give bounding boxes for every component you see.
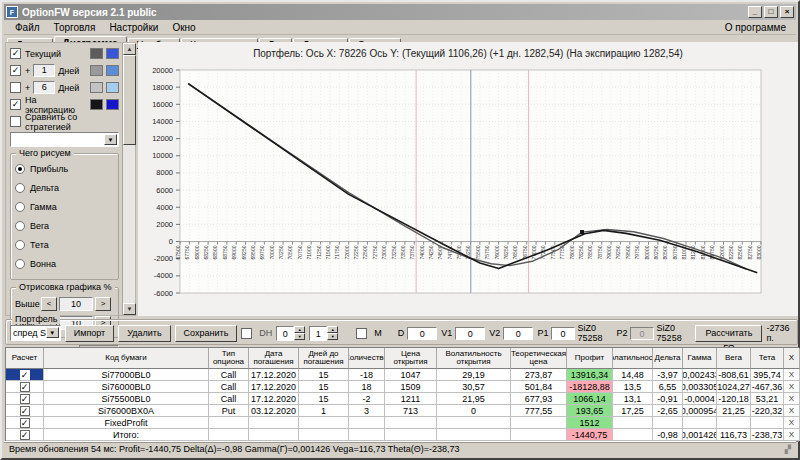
calculate-margin-button[interactable]: Рассчитать ГО — [695, 325, 762, 342]
chevron-down-icon[interactable]: ▼ — [104, 134, 117, 145]
compare-checkbox[interactable] — [10, 116, 21, 127]
table-row[interactable]: ✓Si76000BX0APut03.12.2020137130777,55193… — [6, 405, 798, 417]
param-input-V1[interactable]: 0 — [455, 327, 485, 340]
row-delete-button[interactable]: X — [784, 381, 800, 393]
spin-up-icon[interactable]: ▲ — [294, 326, 305, 333]
row-checkbox[interactable]: ✓ — [20, 430, 30, 440]
row-calc-cell[interactable]: ✓ — [6, 417, 44, 429]
param-input-P1[interactable]: 0 — [551, 327, 574, 340]
spinner-1-value[interactable]: 0 — [276, 326, 294, 341]
series-checkbox[interactable]: ✓ — [10, 65, 21, 76]
row-delete-button[interactable]: X — [784, 393, 800, 405]
row-checkbox[interactable]: ✓ — [20, 406, 30, 416]
crosshair-marker[interactable] — [580, 230, 584, 234]
title-bar[interactable]: F OptionFW версия 2.1 public _□× — [4, 4, 796, 20]
table-row[interactable]: ✓Итого:-1440,75-0,980,001426116,73-238,7… — [6, 429, 798, 441]
row-delete-button[interactable]: X — [784, 405, 800, 417]
row-checkbox[interactable]: ✓ — [20, 382, 30, 392]
row-calc-cell[interactable]: ✓ — [6, 429, 44, 441]
chevron-down-icon[interactable]: ▼ — [46, 327, 59, 338]
header-Количество[interactable]: Количество — [349, 348, 385, 369]
color-swatch[interactable] — [90, 48, 103, 59]
decrement-button[interactable]: < — [41, 297, 57, 311]
menu-item-Настройки[interactable]: Настройки — [102, 21, 165, 34]
table-row[interactable]: ✓Si76000BL0Call17.12.20201518150930,5750… — [6, 381, 798, 393]
portfolio-preset-select[interactable]: спред SI-2▼ — [10, 325, 61, 341]
header-Тета[interactable]: Тета — [751, 348, 784, 369]
menu-item-about[interactable]: О программе — [719, 21, 792, 34]
scroll-thumb[interactable] — [123, 55, 136, 145]
row-calc-cell[interactable]: ✓ — [6, 381, 44, 393]
spinner-2-value[interactable]: 1 — [309, 326, 327, 341]
days-input[interactable]: 1 — [33, 64, 55, 77]
header-Дельта[interactable]: Дельта — [653, 348, 683, 369]
percent-value[interactable]: 10 — [59, 297, 93, 311]
menu-item-Окно[interactable]: Окно — [165, 21, 202, 34]
header-Дата погашения[interactable]: Дата погашения — [249, 348, 299, 369]
color-swatch[interactable] — [90, 82, 103, 93]
radio-Гамма[interactable] — [15, 202, 25, 212]
series-checkbox[interactable]: ✓ — [10, 99, 21, 110]
scroll-up-icon[interactable]: ▲ — [123, 43, 136, 55]
restore-button[interactable]: □ — [764, 6, 778, 18]
row-checkbox[interactable]: ✓ — [20, 394, 30, 404]
header-Цена открытия[interactable]: Цена открытия — [385, 348, 437, 369]
series-checkbox[interactable] — [10, 82, 21, 93]
minimize-button[interactable]: _ — [748, 6, 762, 18]
row-calc-cell[interactable]: ✓ — [6, 369, 44, 381]
header-Гамма[interactable]: Гамма — [683, 348, 717, 369]
импорт-button[interactable]: Импорт — [65, 325, 114, 342]
table-row[interactable]: ✓FixedProfit1512X — [6, 417, 798, 429]
header-Вега[interactable]: Вега — [717, 348, 751, 369]
удалить-button[interactable]: Удалить — [118, 325, 170, 342]
row-delete-button[interactable]: X — [784, 417, 800, 429]
color-swatch[interactable] — [106, 48, 119, 59]
spin-down-icon[interactable]: ▼ — [327, 333, 338, 340]
color-swatch[interactable] — [106, 99, 119, 110]
header-Тип опциона[interactable]: Тип опциона — [209, 348, 249, 369]
radio-Прибыль[interactable] — [15, 164, 25, 174]
header-Профит[interactable]: Профит — [567, 348, 613, 369]
param-input-D[interactable]: 0 — [407, 327, 437, 340]
color-swatch[interactable] — [90, 99, 103, 110]
series-checkbox[interactable]: ✓ — [10, 48, 21, 59]
row-checkbox[interactable]: ✓ — [20, 370, 30, 380]
сохранить-button[interactable]: Сохранить — [175, 325, 238, 342]
color-swatch[interactable] — [106, 65, 119, 76]
param-input-V2[interactable]: 0 — [503, 327, 533, 340]
resize-grip-icon[interactable]: ▞ — [785, 445, 791, 454]
row-checkbox[interactable]: ✓ — [20, 418, 30, 428]
color-swatch[interactable] — [106, 82, 119, 93]
param-input-P2[interactable]: 0 — [630, 327, 653, 340]
radio-Вега[interactable] — [15, 221, 25, 231]
header-Волатильность[interactable]: Волатильность — [613, 348, 653, 369]
row-delete-button[interactable]: X — [784, 369, 800, 381]
row-calc-cell[interactable]: ✓ — [6, 405, 44, 417]
header-Теоретическая цена[interactable]: Теоретическая цена — [511, 348, 567, 369]
row-calc-cell[interactable]: ✓ — [6, 393, 44, 405]
row-delete-button[interactable]: X — [784, 429, 800, 441]
header-Код бумаги[interactable]: Код бумаги — [44, 348, 209, 369]
scroll-down-icon[interactable]: ▼ — [123, 303, 136, 315]
table-row[interactable]: ✓Si77000BL0Call17.12.202015-18104729,192… — [6, 369, 798, 381]
strategy-select[interactable]: ▼ — [10, 132, 119, 147]
spin-up-icon[interactable]: ▲ — [327, 326, 338, 333]
dh-checkbox[interactable] — [241, 328, 252, 339]
menu-item-Торговля[interactable]: Торговля — [47, 21, 103, 34]
settings-scrollbar[interactable]: ▲ ▼ — [122, 43, 135, 315]
header-Волатильность открытия[interactable]: Волатильность открытия — [437, 348, 511, 369]
color-swatch[interactable] — [90, 65, 103, 76]
header-Дней до погашения[interactable]: Дней до погашения — [299, 348, 349, 369]
close-button[interactable]: × — [780, 6, 794, 18]
increment-button[interactable]: > — [95, 297, 111, 311]
header-Расчет[interactable]: Расчет — [6, 348, 44, 369]
table-row[interactable]: ✓Si75500BL0Call17.12.202015-2121121,9567… — [6, 393, 798, 405]
radio-Тета[interactable] — [15, 240, 25, 250]
menu-item-Файл[interactable]: Файл — [8, 21, 47, 34]
profit-chart[interactable]: -6000-4000-20000200040006000800010000120… — [138, 60, 798, 312]
days-input[interactable]: 6 — [33, 81, 55, 94]
m-checkbox[interactable] — [356, 328, 367, 339]
header-X[interactable]: X — [784, 348, 800, 369]
radio-Дельта[interactable] — [15, 183, 25, 193]
spin-down-icon[interactable]: ▼ — [294, 333, 305, 340]
